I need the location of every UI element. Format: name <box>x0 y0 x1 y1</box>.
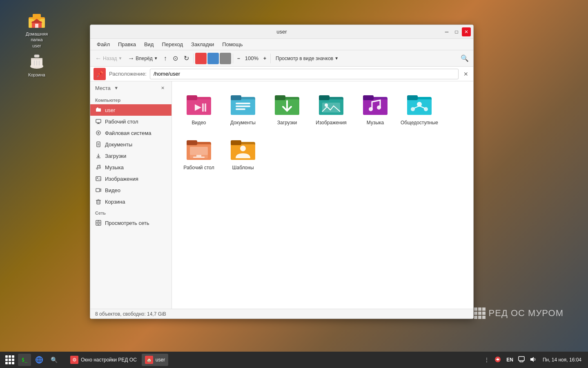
search-icon: 🔍 <box>461 54 469 62</box>
home-button[interactable]: ⊙ <box>170 52 180 65</box>
taskbar-left: $_ 🔍 ⚙ Окно настройки <box>0 354 172 366</box>
location-input[interactable] <box>150 69 459 79</box>
sidebar-close-button[interactable]: ✕ <box>158 84 167 92</box>
sidebar-title: Места <box>95 85 111 91</box>
svg-rect-15 <box>96 119 101 123</box>
blue-view-button[interactable] <box>207 53 219 64</box>
sidebar-item-user[interactable]: user <box>90 104 172 116</box>
forward-button[interactable]: → Вперёд ▼ <box>125 52 160 65</box>
sidebar-music-label: Музыка <box>105 164 124 171</box>
sidebar-item-music[interactable]: Музыка <box>90 162 172 173</box>
redos-text: РЕД ОС МУРОМ <box>489 308 564 319</box>
apps-button[interactable] <box>3 354 16 366</box>
menu-help[interactable]: Помощь <box>219 40 246 48</box>
svg-rect-65 <box>407 99 432 115</box>
file-item-music[interactable]: Музыка <box>355 88 396 130</box>
back-label: Назад <box>103 56 117 61</box>
file-item-desktop-folder[interactable]: Рабочий стол <box>178 133 219 175</box>
svg-rect-17 <box>97 123 100 124</box>
sidebar-item-video[interactable]: Видео <box>90 184 172 196</box>
desktop-icon-home[interactable]: Домашняя папка user <box>20 8 53 50</box>
menu-bookmarks[interactable]: Закладки <box>188 40 217 48</box>
back-button[interactable]: ← Назад ▼ <box>93 52 125 65</box>
sidebar-network-label: Просмотреть сеть <box>105 220 149 226</box>
view-mode-button[interactable]: Просмотр в виде значков ▼ <box>272 56 342 61</box>
taskbar-right: ⋮ EN <box>479 356 588 364</box>
volume-tray-icon[interactable] <box>528 356 538 364</box>
red-view-button[interactable] <box>195 53 207 64</box>
search-button[interactable]: 🔍 <box>459 52 471 65</box>
svg-rect-16 <box>98 123 99 123</box>
network-tray-icon[interactable] <box>517 356 526 364</box>
file-item-video[interactable]: Видео <box>178 88 219 130</box>
location-clear-button[interactable]: ✕ <box>462 70 470 78</box>
svg-point-58 <box>325 103 328 107</box>
home-folder-label: Домашняя папка user <box>22 31 51 49</box>
svg-rect-61 <box>363 95 374 100</box>
sidebar-item-trash[interactable]: Корзина <box>90 196 172 207</box>
pin-icon: 📌 <box>96 71 103 77</box>
locationbar: 📌 Расположение: ✕ <box>90 67 473 81</box>
svg-point-82 <box>240 146 246 151</box>
taskbar-clock[interactable]: Пн, 14 ноя, 16:04 <box>539 357 585 363</box>
svg-rect-57 <box>322 103 340 112</box>
file-grid: Видео Документы <box>172 81 473 309</box>
sidebar-item-documents[interactable]: Документы <box>90 139 172 150</box>
taskbar-settings-app[interactable]: ⚙ Окно настройки РЕД ОС <box>67 354 140 366</box>
up-arrow-icon: ↑ <box>164 55 167 62</box>
sidebar-item-network[interactable]: Просмотреть сеть <box>90 217 172 229</box>
browser-icon <box>35 356 43 364</box>
desktop-icon-trash[interactable]: Корзина <box>20 49 53 79</box>
browser-button[interactable] <box>33 354 46 366</box>
file-item-shared[interactable]: Общедоступные <box>399 88 440 130</box>
close-button[interactable]: ✕ <box>462 27 471 36</box>
sidebar-trash-icon <box>95 198 102 205</box>
file-item-documents[interactable]: Документы <box>223 88 263 130</box>
sidebar-filesystem-label: Файловая система <box>105 130 151 136</box>
taskbar-filemanager-app[interactable]: 🏠 user <box>142 354 168 366</box>
sidebar-item-images[interactable]: Изображения <box>90 173 172 184</box>
file-item-templates[interactable]: Шаблоны <box>223 133 263 175</box>
refresh-button[interactable]: ↻ <box>181 52 192 65</box>
zoom-out-button[interactable]: − <box>235 52 243 65</box>
menu-edit[interactable]: Правка <box>115 40 139 48</box>
minimize-button[interactable]: ─ <box>442 27 451 36</box>
menu-file[interactable]: Файл <box>94 40 113 48</box>
svg-rect-43 <box>202 103 204 112</box>
statusbar-text: 8 объектов, свободно: 14,7 GiB <box>95 311 166 317</box>
svg-rect-81 <box>231 140 241 145</box>
sidebar-item-filesystem[interactable]: Файловая система <box>90 127 172 139</box>
sidebar-video-icon <box>95 187 102 193</box>
terminal-button[interactable]: $_ <box>18 354 31 366</box>
menu-go[interactable]: Переход <box>158 40 186 48</box>
trash-icon <box>27 51 47 70</box>
zoom-in-button[interactable]: + <box>261 52 269 65</box>
menu-view[interactable]: Вид <box>141 40 157 48</box>
titlebar-controls: ─ □ ✕ <box>442 27 473 36</box>
svg-rect-8 <box>31 58 42 60</box>
svg-rect-27 <box>96 177 101 181</box>
view-mode-dropdown-icon: ▼ <box>334 56 339 61</box>
sidebar-item-downloads[interactable]: Загрузки <box>90 150 172 162</box>
file-item-downloads[interactable]: Загрузки <box>267 88 307 130</box>
file-item-images[interactable]: Изображения <box>311 88 352 130</box>
language-indicator[interactable]: EN <box>505 357 515 363</box>
tray-menu-icon[interactable]: ⋮ <box>483 357 491 363</box>
up-button[interactable]: ↑ <box>161 52 169 65</box>
toolbar: ← Назад ▼ → Вперёд ▼ ↑ ⊙ ↻ <box>90 50 473 67</box>
taskbar-search-button[interactable]: 🔍 <box>47 354 60 366</box>
sidebar-section-network: Сеть <box>90 207 172 217</box>
folder-templates-icon <box>230 136 256 162</box>
sidebar-dropdown-button[interactable]: ▼ <box>112 84 120 92</box>
folder-images-icon <box>318 91 344 117</box>
maximize-button[interactable]: □ <box>452 27 461 36</box>
sidebar-item-desktop[interactable]: Рабочий стол <box>90 116 172 127</box>
window-title: user <box>276 29 287 35</box>
tray-redos-icon[interactable] <box>492 356 503 364</box>
zoom-value: 100% <box>243 55 260 61</box>
titlebar: user ─ □ ✕ <box>90 25 473 39</box>
gray-view-button[interactable] <box>220 53 231 64</box>
toolbar-separator-3 <box>270 54 271 63</box>
pin-location-button[interactable]: 📌 <box>94 68 106 80</box>
sidebar-trash-label: Корзина <box>105 199 125 205</box>
